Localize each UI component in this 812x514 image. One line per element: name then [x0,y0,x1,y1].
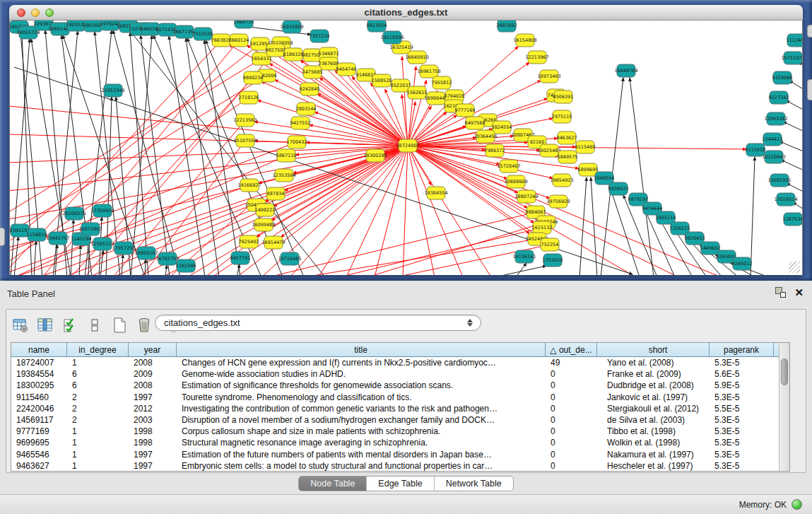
graph-node-label: 1156819 [27,232,47,238]
graph-node-label: 9474444 [642,206,663,211]
column-header[interactable]: short [597,343,710,356]
tab-network-table[interactable]: Network Table [435,477,513,491]
table-cell: 0 [546,392,597,403]
graph-node-label: 1562615 [407,90,428,95]
table-cell: 5.3E-5 [710,460,774,471]
tab-node-table[interactable]: Node Table [299,477,367,491]
graph-node-label: 1244413 [763,136,783,142]
show-columns-icon[interactable] [37,317,54,334]
application-window: citations_edges.txt 18724007766382286601… [0,0,812,514]
table-scrollbar[interactable] [779,343,789,471]
graph-node-label: 1167534 [783,216,802,222]
column-header[interactable]: in_degree [67,343,129,356]
graph-edge [786,100,802,113]
graph-edge [579,177,587,275]
table-cell: 22420046 [11,403,67,414]
graph-node-label: 15692931 [767,177,791,183]
graph-node-label: 15720407 [497,163,520,169]
table-settings-icon[interactable] [12,317,29,334]
table-cell: 9115460 [11,392,67,403]
zoom-window-button[interactable] [45,8,54,17]
table-row[interactable]: 2242004622012Investigating the contribut… [11,403,779,414]
graph-node-label: 9115460 [575,144,596,150]
new-table-icon[interactable] [111,317,128,334]
table-cell: 0 [546,414,597,426]
status-bar: Memory: OK [0,494,812,514]
scrollbar-thumb[interactable] [781,358,788,385]
graph-node-label: 3475685 [302,69,323,75]
graph-node-label: 8186328 [283,52,304,57]
column-header[interactable]: title [177,343,546,356]
table-row[interactable]: 911546021997Tourette syndrome. Phenomeno… [11,392,779,403]
close-window-button[interactable] [17,8,25,17]
table-row[interactable]: 1456911722003Disruption of a novel membe… [11,414,779,426]
network-window: citations_edges.txt 18724007766382286601… [9,5,803,275]
graph-node-label: 4506391 [553,94,574,100]
row-height-icon[interactable] [86,317,103,334]
minimize-window-button[interactable] [31,8,40,17]
table-row[interactable]: 946554611997Estimation of the future num… [11,449,779,460]
column-header[interactable]: name [11,343,67,356]
tab-edge-table[interactable]: Edge Table [367,477,434,491]
graph-node-label: 6794028 [445,93,465,99]
table-cell: 1997 [129,392,177,403]
graph-node-label: 1192346 [176,263,196,269]
graph-node-label: 9245012 [732,261,753,267]
float-panel-icon[interactable] [775,287,786,298]
graph-node-label: 7326215 [670,226,690,231]
table-cell: 5.5E-5 [710,403,774,414]
left-panel-handle[interactable] [0,228,5,246]
table-row[interactable]: 969969511998Structural magnetic resonanc… [11,437,779,448]
graph-edge [781,160,802,173]
network-canvas[interactable]: 1872400776638228660124591295416543312342… [9,21,803,275]
delete-rows-icon[interactable] [136,317,153,334]
right-panel-handle-top[interactable] [807,25,812,37]
close-panel-icon[interactable]: ✕ [794,287,804,298]
table-row[interactable]: 977716911998Corpus callosum shape and si… [11,426,779,437]
table-selector-combobox[interactable]: citations_edges.txt [155,315,481,331]
table-selector-value: citations_edges.txt [155,317,465,328]
table-cell: Tibbo et al. (1998) [597,426,710,437]
graph-node-label: 20206576 [62,211,86,216]
graph-node-label: 20364456 [473,134,497,139]
graph-node-label: 16782759 [155,256,179,262]
table-tabs: Node TableEdge TableNetwork Table [0,476,812,491]
graph-edge [783,122,802,134]
right-panel-handle[interactable] [807,79,812,100]
table-cell: Wolkin et al. (1998) [597,437,710,448]
table-cell: 5.3E-5 [710,392,774,403]
graph-node-label: 8660124 [229,37,249,43]
network-graph[interactable]: 1872400776638228660124591295416543312342… [10,21,802,275]
select-all-icon[interactable] [61,317,78,334]
table-row[interactable]: 1938455462009Genome-wide association stu… [11,368,779,380]
table-row[interactable]: 1830029562008Estimation of significance … [11,380,779,391]
table-cell: Nakamura et al. (1997) [597,449,710,460]
table-body: 1872400712008Changes of HCN gene express… [11,357,779,471]
graph-edge [145,259,146,275]
graph-node-label: 19166827 [237,182,261,188]
graph-node-label: 7625402 [239,239,259,245]
graph-edge [403,146,408,275]
table-cell: 5.3E-5 [710,357,774,368]
graph-node-label: 1615132 [532,225,553,230]
table-row[interactable]: 1872400712008Changes of HCN gene express… [11,357,779,368]
column-header[interactable]: year [129,343,177,356]
graph-edge [10,146,408,247]
network-window-titlebar[interactable]: citations_edges.txt [9,5,803,21]
table-cell: 18300295 [11,380,67,391]
graph-node-label: 2718126 [239,95,259,100]
graph-node-label: 12213967 [525,54,548,60]
graph-node-label: 1753426 [543,257,563,263]
graph-node-label: 12505123 [90,241,114,247]
graph-node-label: 1112483 [787,37,802,43]
table-panel: Table Panel ✕ [0,281,812,514]
table-cell: Structural magnetic resonance image aver… [177,437,546,448]
column-header[interactable]: pagerank [710,343,774,356]
window-resize-grip[interactable] [789,262,800,273]
table-row[interactable]: 946362711997Embryonic stem cells: a mode… [11,460,779,471]
column-header[interactable]: △ out_de... [546,343,597,356]
table-cell: 0 [546,460,597,471]
combobox-stepper-icon [465,319,481,327]
table-cell: 2 [67,403,129,414]
table-cell: Disruption of a novel member of a sodium… [177,414,546,426]
